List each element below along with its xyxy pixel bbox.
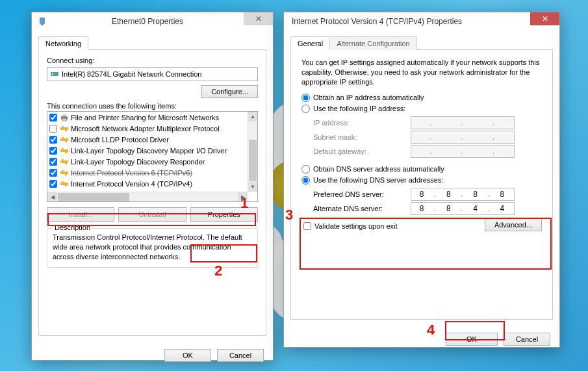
svg-rect-17 [62, 159, 64, 160]
proto-icon [60, 179, 69, 188]
adapter-name: Intel(R) 82574L Gigabit Network Connecti… [62, 70, 201, 78]
scroll-right-icon[interactable]: ▶ [238, 192, 248, 202]
radio-dns-auto-label: Obtain DNS server address automatically [313, 165, 444, 173]
close-button[interactable]: ✕ [244, 12, 273, 25]
list-item[interactable]: Link-Layer Topology Discovery Responder [47, 156, 248, 167]
radio-ip-auto-label: Obtain an IP address automatically [313, 94, 424, 101]
adapter-icon [37, 16, 47, 27]
radio-ip-manual-input[interactable] [301, 105, 310, 113]
dns-octet: 8 [473, 190, 479, 199]
default-gateway-input: ... [411, 145, 515, 158]
radio-ip-manual[interactable]: Use the following IP address: [301, 105, 542, 113]
ok-button[interactable]: OK [164, 349, 211, 362]
svg-rect-11 [62, 137, 64, 138]
cancel-button[interactable]: Cancel [217, 349, 264, 362]
alternate-dns-label: Alternate DNS server: [313, 205, 411, 212]
list-item[interactable]: Link-Layer Topology Discovery Mapper I/O… [47, 145, 248, 156]
list-item-label: File and Printer Sharing for Microsoft N… [71, 114, 219, 122]
subnet-mask-input: ... [411, 131, 515, 144]
description-label: Description [53, 224, 92, 231]
subnet-mask-label: Subnet mask: [313, 133, 411, 141]
components-listbox[interactable]: File and Printer Sharing for Microsoft N… [47, 111, 258, 202]
list-item-checkbox[interactable] [49, 169, 57, 177]
proto-icon [60, 168, 69, 177]
close-button[interactable]: ✕ [530, 12, 559, 25]
list-item[interactable]: Microsoft LLDP Protocol Driver [47, 134, 248, 145]
ok-button[interactable]: OK [446, 333, 498, 346]
ipv4-properties-dialog: Internet Protocol Version 4 (TCP/IPv4) P… [283, 12, 560, 348]
cancel-button[interactable]: Cancel [504, 333, 550, 346]
advanced-button[interactable]: Advanced... [485, 218, 542, 231]
tab-alternate-configuration[interactable]: Alternate Configuration [329, 36, 417, 50]
svg-rect-24 [65, 185, 67, 186]
proto-icon [60, 146, 69, 155]
window-title: Internet Protocol Version 4 (TCP/IPv4) P… [289, 17, 530, 26]
list-item-label: Microsoft Network Adapter Multiplexor Pr… [71, 125, 220, 133]
svg-rect-1 [41, 24, 44, 25]
list-item[interactable]: Internet Protocol Version 6 (TCP/IPv6) [47, 167, 248, 178]
uninstall-button[interactable]: Uninstall [118, 207, 186, 222]
list-item-checkbox[interactable] [49, 158, 57, 166]
svg-rect-19 [60, 172, 68, 174]
properties-button[interactable]: Properties [190, 207, 258, 222]
dns-octet: 8 [446, 190, 452, 199]
install-button[interactable]: Install... [47, 207, 114, 222]
list-item[interactable]: Internet Protocol Version 4 (TCP/IPv4) [47, 178, 248, 189]
scroll-thumb[interactable] [249, 140, 257, 181]
svg-rect-21 [65, 174, 67, 175]
default-gateway-label: Default gateway: [313, 147, 411, 155]
description-groupbox: Description Transmission Control Protoco… [47, 228, 258, 268]
ip-address-label: IP address: [313, 119, 411, 127]
list-item-checkbox[interactable] [49, 180, 57, 188]
preferred-dns-input[interactable]: 8. 8. 8. 8 [411, 188, 515, 201]
alternate-dns-input[interactable]: 8. 8. 4. 4 [411, 202, 515, 215]
svg-rect-10 [60, 138, 68, 141]
scroll-thumb-h[interactable] [58, 193, 129, 201]
radio-dns-manual-input[interactable] [301, 176, 310, 185]
list-item-checkbox[interactable] [49, 125, 57, 133]
list-item-label: Internet Protocol Version 6 (TCP/IPv6) [71, 169, 192, 177]
scroll-down-icon[interactable]: ▼ [248, 182, 257, 192]
tab-page-networking: Connect using: Intel(R) 82574L Gigabit N… [38, 50, 266, 336]
list-item-label: Microsoft LLDP Protocol Driver [71, 136, 169, 144]
svg-rect-3 [52, 73, 53, 75]
list-item[interactable]: File and Printer Sharing for Microsoft N… [47, 112, 248, 123]
titlebar[interactable]: Internet Protocol Version 4 (TCP/IPv4) P… [284, 12, 559, 31]
list-item-checkbox[interactable] [49, 136, 57, 144]
tab-page-general: You can get IP settings assigned automat… [290, 50, 553, 320]
tab-general[interactable]: General [290, 36, 330, 50]
scroll-up-icon[interactable]: ▲ [248, 112, 257, 122]
radio-ip-auto-input[interactable] [301, 94, 310, 102]
radio-ip-auto[interactable]: Obtain an IP address automatically [301, 94, 542, 102]
preferred-dns-label: Preferred DNS server: [313, 190, 411, 198]
ip-address-input: ... [411, 116, 515, 129]
vertical-scrollbar[interactable]: ▲ ▼ [248, 112, 257, 192]
horizontal-scrollbar[interactable]: ◀ ▶ [47, 192, 248, 201]
dns-octet: 8 [446, 204, 452, 213]
list-item-checkbox[interactable] [49, 114, 57, 122]
validate-checkbox[interactable] [303, 222, 311, 230]
tab-networking[interactable]: Networking [38, 36, 88, 50]
configure-button[interactable]: Configure... [201, 85, 258, 98]
svg-rect-20 [62, 170, 64, 172]
list-item-checkbox[interactable] [49, 147, 57, 155]
dns-octet: 8 [420, 190, 426, 199]
dns-octet: 8 [420, 204, 426, 213]
scroll-left-icon[interactable]: ◀ [47, 192, 57, 202]
list-item[interactable]: Microsoft Network Adapter Multiplexor Pr… [47, 123, 248, 134]
adapter-combo[interactable]: Intel(R) 82574L Gigabit Network Connecti… [47, 67, 258, 81]
svg-rect-16 [60, 160, 68, 163]
titlebar[interactable]: Ethernet0 Properties ✕ [32, 12, 273, 31]
items-label: This connection uses the following items… [47, 102, 258, 110]
svg-rect-9 [65, 130, 67, 131]
radio-dns-auto[interactable]: Obtain DNS server address automatically [301, 165, 542, 173]
list-item-label: Link-Layer Topology Discovery Mapper I/O… [71, 147, 227, 155]
proto-icon [60, 157, 69, 166]
radio-dns-auto-input[interactable] [301, 165, 310, 173]
svg-rect-22 [60, 183, 68, 185]
list-item-label: Internet Protocol Version 4 (TCP/IPv4) [71, 180, 192, 188]
radio-dns-manual[interactable]: Use the following DNS server addresses: [301, 176, 542, 185]
tabstrip: General Alternate Configuration [290, 36, 553, 50]
radio-ip-manual-label: Use the following IP address: [313, 105, 405, 112]
validate-label: Validate settings upon exit [314, 222, 398, 230]
